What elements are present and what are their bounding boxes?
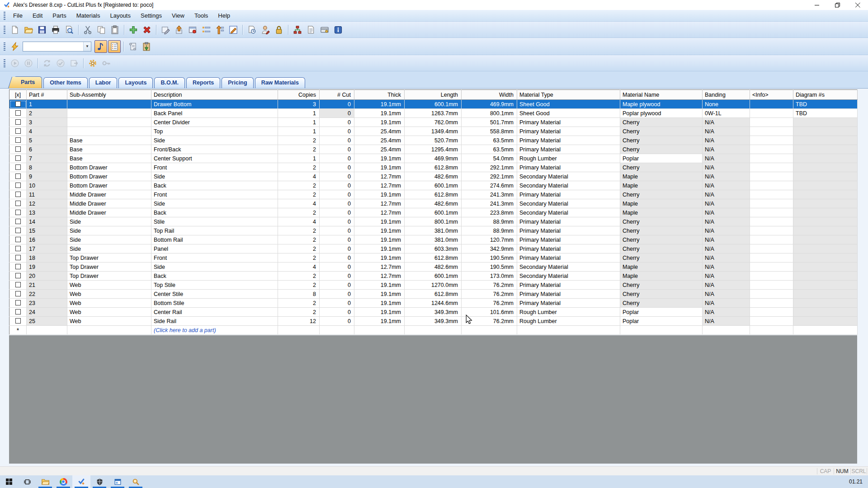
cell-thick[interactable]: 12.7mm xyxy=(354,208,405,217)
cell-copies[interactable]: 2 xyxy=(278,190,320,199)
cell-width[interactable]: 88.9mm xyxy=(462,226,517,235)
cell-num-cut[interactable]: 0 xyxy=(320,317,354,326)
cut-button[interactable] xyxy=(81,23,94,36)
cell-part-number[interactable]: 24 xyxy=(27,308,67,317)
cell-checkbox[interactable] xyxy=(9,163,27,172)
cell-description[interactable]: Side xyxy=(151,172,278,181)
cell-info[interactable] xyxy=(750,263,793,272)
col-header-description[interactable]: Description xyxy=(151,90,278,100)
cell-material-name[interactable]: Cherry xyxy=(620,299,703,308)
cell-width[interactable]: 190.5mm xyxy=(462,263,517,272)
cell-width[interactable]: 88.9mm xyxy=(462,217,517,226)
cell-num-cut[interactable]: 0 xyxy=(320,145,354,154)
cell-checkbox[interactable] xyxy=(9,145,27,154)
cell-thick[interactable]: 12.7mm xyxy=(354,272,405,281)
open-file-button[interactable] xyxy=(22,23,35,36)
cell-checkbox[interactable] xyxy=(9,253,27,263)
cell-description[interactable]: Top Rail xyxy=(151,226,278,235)
cell-checkbox[interactable] xyxy=(9,299,27,308)
cell-diagram[interactable] xyxy=(793,163,858,172)
cell-material-type[interactable]: Primary Material xyxy=(517,226,620,235)
cell-checkbox[interactable] xyxy=(9,317,27,326)
cell-checkbox[interactable] xyxy=(9,190,27,199)
cell-part-number[interactable]: 11 xyxy=(27,190,67,199)
cell-material-type[interactable]: Sheet Good xyxy=(517,109,620,118)
cell-description[interactable]: Side xyxy=(151,263,278,272)
print-button[interactable] xyxy=(49,23,62,36)
cell-thick[interactable]: 25.4mm xyxy=(354,145,405,154)
pin-window-button[interactable] xyxy=(186,23,199,36)
row-checkbox[interactable] xyxy=(15,110,21,116)
cell-material-type[interactable]: Primary Material xyxy=(517,145,620,154)
cell-info[interactable] xyxy=(750,127,793,136)
empty-cell[interactable] xyxy=(620,326,703,335)
quick-entry-combobox[interactable]: ▼ xyxy=(23,42,91,52)
menu-tools[interactable]: Tools xyxy=(189,11,213,20)
cell-banding[interactable]: N/A xyxy=(703,154,750,163)
tab-reports[interactable]: Reports xyxy=(186,77,220,88)
cell-info[interactable] xyxy=(750,109,793,118)
cell-info[interactable] xyxy=(750,181,793,190)
part-row-25[interactable]: 25WebSide Rail12019.1mm349.3mm76.2mmRoug… xyxy=(9,317,858,326)
menu-gripper[interactable] xyxy=(4,12,5,20)
cell-material-name[interactable]: Cherry xyxy=(620,235,703,244)
row-checkbox[interactable] xyxy=(15,246,21,251)
cell-info[interactable] xyxy=(750,272,793,281)
cell-length[interactable]: 600.1mm xyxy=(405,208,462,217)
cell-checkbox[interactable] xyxy=(9,244,27,253)
cell-thick[interactable]: 12.7mm xyxy=(354,181,405,190)
cell-length[interactable]: 800.1mm xyxy=(405,217,462,226)
task-view-button[interactable] xyxy=(18,475,36,488)
cell-width[interactable]: 241.3mm xyxy=(462,190,517,199)
col-header-subassembly[interactable]: Sub-Assembly xyxy=(67,90,151,100)
cell-description[interactable]: Front xyxy=(151,163,278,172)
part-row-15[interactable]: 15SideTop Rail2019.1mm381.0mm88.9mmPrima… xyxy=(9,226,858,235)
row-checkbox[interactable] xyxy=(15,228,21,233)
cell-checkbox[interactable] xyxy=(9,308,27,317)
cell-num-cut[interactable]: 0 xyxy=(320,272,354,281)
cell-description[interactable]: Back xyxy=(151,181,278,190)
cell-thick[interactable]: 19.1mm xyxy=(354,308,405,317)
cell-banding[interactable]: 0W-1L xyxy=(703,109,750,118)
empty-cell[interactable] xyxy=(320,326,354,335)
cell-sub-assembly[interactable]: Bottom Drawer xyxy=(67,172,151,181)
add-part-row[interactable]: *(Click here to add a part) xyxy=(9,326,858,335)
cell-material-type[interactable]: Primary Material xyxy=(517,244,620,253)
cell-num-cut[interactable]: 0 xyxy=(320,127,354,136)
cell-checkbox[interactable] xyxy=(9,154,27,163)
cell-sub-assembly[interactable]: Base xyxy=(67,154,151,163)
cell-num-cut[interactable]: 0 xyxy=(320,136,354,145)
send-up-button[interactable] xyxy=(173,23,185,36)
row-checkbox[interactable] xyxy=(15,164,21,170)
purchase-card-button[interactable] xyxy=(318,23,331,36)
cell-diagram[interactable] xyxy=(793,253,858,263)
cell-material-name[interactable]: Cherry xyxy=(620,244,703,253)
cell-width[interactable]: 63.5mm xyxy=(462,145,517,154)
cell-material-name[interactable]: Cherry xyxy=(620,253,703,263)
cell-num-cut[interactable]: 0 xyxy=(320,154,354,163)
cell-part-number[interactable]: 12 xyxy=(27,199,67,208)
cell-thick[interactable]: 12.7mm xyxy=(354,263,405,272)
empty-cell[interactable] xyxy=(703,326,750,335)
row-checkbox[interactable] xyxy=(15,255,21,260)
cell-width[interactable]: 101.6mm xyxy=(462,308,517,317)
cell-material-type[interactable]: Primary Material xyxy=(517,281,620,290)
cell-thick[interactable]: 19.1mm xyxy=(354,317,405,326)
col-header-cut[interactable]: # Cut xyxy=(320,90,354,100)
numbered-list-button[interactable] xyxy=(200,23,212,36)
tab-labor[interactable]: Labor xyxy=(89,77,118,88)
check-doc-button[interactable] xyxy=(54,57,67,70)
cell-material-type[interactable]: Rough Lumber xyxy=(517,317,620,326)
quick-entry-value[interactable] xyxy=(23,42,83,51)
part-row-7[interactable]: 7BaseCenter Support1019.1mm469.9mm54.0mm… xyxy=(9,154,858,163)
cell-part-number[interactable]: 1 xyxy=(27,100,67,109)
cell-material-type[interactable]: Secondary Material xyxy=(517,263,620,272)
cell-part-number[interactable]: 10 xyxy=(27,181,67,190)
sync-button[interactable] xyxy=(41,57,53,70)
cell-material-type[interactable]: Secondary Material xyxy=(517,272,620,281)
cell-length[interactable]: 482.6mm xyxy=(405,263,462,272)
cell-material-name[interactable]: Maple xyxy=(620,263,703,272)
cell-description[interactable]: Top Stile xyxy=(151,281,278,290)
combo-dropdown-button[interactable]: ▼ xyxy=(83,42,91,51)
cell-material-name[interactable]: Cherry xyxy=(620,136,703,145)
